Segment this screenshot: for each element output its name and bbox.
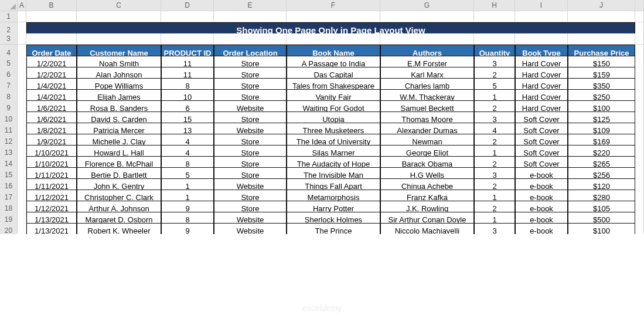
col-header-F[interactable]: F [287,0,380,11]
row-header-1[interactable]: 1 [0,11,18,22]
row-header-20[interactable]: 20 [0,223,18,234]
col-header-H[interactable]: H [474,0,515,11]
row-header-3[interactable]: 3 [0,33,18,45]
cell-empty[interactable] [214,33,287,45]
cell-empty[interactable] [474,33,515,45]
cell-empty[interactable] [287,33,380,45]
table-cell[interactable]: 1/13/2021 [26,223,77,234]
cell-empty[interactable] [77,11,161,22]
table-cell[interactable]: Website [214,223,287,234]
cell-empty[interactable] [380,11,474,22]
col-header-I[interactable]: I [515,0,568,11]
col-header-B[interactable]: B [26,0,77,11]
cell-empty[interactable] [568,11,635,22]
col-header-G[interactable]: G [380,0,474,11]
cell-empty[interactable] [568,33,635,45]
table-cell[interactable]: Niccolo Machiavelli [380,223,474,234]
col-header-J[interactable]: J [568,0,635,11]
cell-empty[interactable] [161,33,214,45]
cell-overflow-20[interactable] [635,223,644,234]
col-header-overflow[interactable] [635,0,644,11]
col-header-C[interactable]: C [77,0,161,11]
cell-empty[interactable] [287,11,380,22]
cell-empty[interactable] [214,11,287,22]
cell-empty[interactable] [635,33,644,45]
cell-empty[interactable] [515,33,568,45]
cell-empty[interactable] [380,33,474,45]
select-all-corner[interactable] [0,0,18,11]
col-header-E[interactable]: E [214,0,287,11]
cell-empty[interactable] [635,11,644,22]
spreadsheet-grid[interactable]: ABCDEFGHIJ12Showing One Page Only in Pag… [0,0,644,234]
table-cell[interactable]: The Prince [287,223,380,234]
col-header-D[interactable]: D [161,0,214,11]
table-cell[interactable]: $100 [568,223,635,234]
cell-empty[interactable] [18,33,26,45]
cell-empty[interactable] [77,33,161,45]
cell-empty[interactable] [515,11,568,22]
cell-A20[interactable] [18,223,26,234]
col-header-A[interactable]: A [18,0,26,11]
cell-empty[interactable] [474,11,515,22]
cell-empty[interactable] [26,33,77,45]
table-cell[interactable]: e-book [515,223,568,234]
cell-empty[interactable] [18,11,26,22]
table-cell[interactable]: 9 [161,223,214,234]
cell-empty[interactable] [26,11,77,22]
cell-empty[interactable] [161,11,214,22]
table-cell[interactable]: 3 [474,223,515,234]
table-cell[interactable]: Robert K. Wheeler [77,223,161,234]
